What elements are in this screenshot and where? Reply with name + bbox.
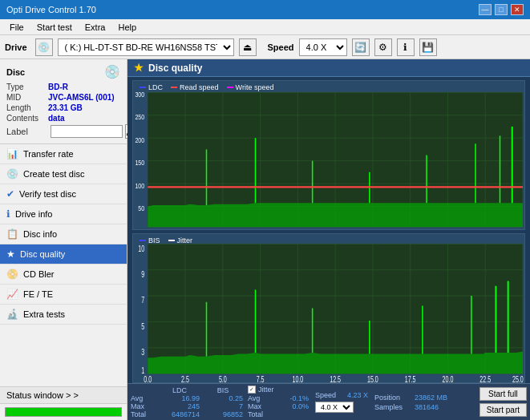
sidebar-label-disc-info: Disc info [23,229,57,239]
mid-value: JVC-AMS6L (001) [48,93,115,102]
stats-header-bis: BIS [203,386,243,394]
svg-text:200: 200 [135,135,144,145]
fe-te-icon: 📈 [6,289,18,300]
speed-label: Speed [268,42,294,52]
verify-test-disc-icon: ✔ [6,188,14,200]
maximize-button[interactable]: □ [495,4,508,15]
type-label: Type [6,83,48,91]
sidebar-item-create-test-disc[interactable]: 💿 Create test disc [0,164,127,184]
svg-text:50: 50 [138,204,144,213]
legend-bis: BIS [140,236,160,244]
svg-text:22.5: 22.5 [479,228,491,229]
sidebar-item-cd-bler[interactable]: 📀 CD Bler [0,265,127,285]
stats-avg-ldc: 16.99 [160,394,200,402]
read-color [171,87,177,88]
sidebar-item-transfer-rate[interactable]: 📊 Transfer rate [0,144,127,164]
svg-text:12.5: 12.5 [330,228,341,229]
bis-color [140,240,146,241]
menu-help[interactable]: Help [111,22,143,33]
sidebar-progress-bar [5,407,122,417]
sidebar-label-transfer-rate: Transfer rate [23,149,74,159]
sidebar-item-fe-te[interactable]: 📈 FE / TE [0,285,127,305]
close-button[interactable]: ✕ [511,4,524,15]
stats-col-blank [131,386,156,394]
speed-row-value: 4.23 X [347,391,368,399]
charts-container: LDC Read speed Write speed [127,77,530,383]
sidebar-label-drive-info: Drive info [15,209,52,219]
jitter-total-label: Total [248,410,273,418]
svg-text:20.0: 20.0 [443,228,454,229]
svg-text:7.5: 7.5 [257,375,265,382]
sidebar-item-disc-quality[interactable]: ★ Disc quality [0,244,127,265]
label-input[interactable] [51,125,123,138]
start-full-button[interactable]: Start full [479,387,527,401]
chart-ldc: LDC Read speed Write speed [132,80,525,230]
speed-select[interactable]: 4.0 X [299,38,347,56]
sidebar-progress-fill [6,408,121,416]
svg-text:15.0: 15.0 [367,228,378,229]
stats-avg-bis: 0.25 [203,394,243,402]
transfer-rate-icon: 📊 [6,148,18,160]
bis-label: BIS [148,236,160,244]
sidebar-item-disc-info[interactable]: 📋 Disc info [0,224,127,244]
disc-info-icon: 📋 [6,228,18,240]
app-title: Opti Drive Control 1.70 [6,5,96,14]
write-color [227,87,233,88]
eject-button[interactable]: ⏏ [239,38,257,56]
window-controls: — □ ✕ [479,4,524,15]
disc-quality-icon: ★ [6,248,15,260]
menu-start-test[interactable]: Start test [30,22,79,33]
speed-row-label: Speed [315,391,344,399]
svg-text:12.5: 12.5 [330,375,341,382]
svg-text:10: 10 [138,244,144,253]
menu-bar: File Start test Extra Help [0,19,530,35]
jitter-label-legend: Jitter [177,236,193,244]
disc-panel: Disc 💿 Type BD-R MID JVC-AMS6L (001) Len… [0,59,127,144]
sidebar-item-drive-info[interactable]: ℹ Drive info [0,204,127,224]
samples-value: 381646 [415,403,439,411]
sidebar-item-verify-test-disc[interactable]: ✔ Verify test disc [0,184,127,204]
svg-text:22.5: 22.5 [479,375,491,382]
svg-text:25.0 GB: 25.0 GB [512,228,524,229]
menu-file[interactable]: File [3,22,30,33]
sidebar-progress-area [0,403,127,420]
stats-header-ldc: LDC [160,386,200,394]
svg-text:150: 150 [135,158,144,168]
drive-label: Drive [5,42,27,52]
sidebar-label-cd-bler: CD Bler [23,269,55,279]
menu-extra[interactable]: Extra [79,22,112,33]
chart1-legend: LDC Read speed Write speed [140,83,273,91]
save-button[interactable]: 💾 [419,38,437,56]
status-window-bar[interactable]: Status window > > [0,386,127,403]
disc-quality-header: ★ Disc quality [127,59,530,77]
drive-select[interactable]: ( K:) HL-DT-ST BD-RE WH16NS58 TST4 [58,38,234,56]
refresh-button[interactable]: 🔄 [352,38,370,56]
content-area: ★ Disc quality LDC Read speed [127,59,530,420]
stats-total-bis: 96852 [203,410,243,418]
svg-text:0.0: 0.0 [144,228,152,229]
info-button[interactable]: ℹ [397,38,415,56]
minimize-button[interactable]: — [479,4,492,15]
position-value: 23862 MB [415,394,447,402]
drive-bar: Drive 💿 ( K:) HL-DT-ST BD-RE WH16NS58 TS… [0,35,530,59]
dq-icon: ★ [134,62,144,74]
sidebar-item-extra-tests[interactable]: 🔬 Extra tests [0,305,127,325]
samples-label: Samples [374,403,411,411]
svg-marker-18 [148,203,523,227]
sidebar-label-create-test-disc: Create test disc [23,169,84,179]
dq-title: Disc quality [148,63,202,74]
settings-button[interactable]: ⚙ [374,38,392,56]
svg-text:0.0: 0.0 [144,375,152,382]
legend-write: Write speed [227,83,274,91]
mid-label: MID [6,93,48,102]
start-part-button[interactable]: Start part [479,403,527,417]
stats-speed-dropdown[interactable]: 4.0 X [315,402,354,413]
svg-text:7: 7 [141,296,144,305]
jitter-checkbox[interactable]: ✓ [248,386,256,394]
sidebar: Disc 💿 Type BD-R MID JVC-AMS6L (001) Len… [0,59,127,420]
drive-icon-btn[interactable]: 💿 [35,38,53,56]
create-test-disc-icon: 💿 [6,168,18,180]
extra-tests-icon: 🔬 [6,309,18,320]
length-label: Length [6,103,48,112]
stats-total-ldc: 6486714 [160,410,200,418]
